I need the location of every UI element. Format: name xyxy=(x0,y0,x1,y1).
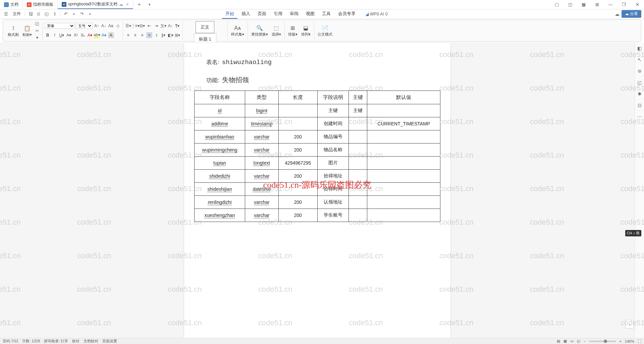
paste-button[interactable]: 📋粘贴▾ xyxy=(21,24,33,38)
table-row: shideshijiandatetime拾得时间 xyxy=(195,183,440,196)
bold-icon[interactable]: B xyxy=(45,32,51,38)
clear-format-icon[interactable]: ◇ xyxy=(115,23,121,29)
fullscreen-icon[interactable]: ⛶ xyxy=(638,339,641,343)
tab-2[interactable]: Wspringboota97r2数据库文档☁× xyxy=(58,0,133,9)
styleset-button[interactable]: Aᴀ样式集▾ xyxy=(230,23,246,38)
view-mode3-icon[interactable]: ▭ xyxy=(570,339,574,343)
clipboard-icon[interactable]: ▾ xyxy=(34,35,40,41)
win-app3-icon[interactable]: ▦ xyxy=(577,0,590,9)
align-center-icon[interactable]: ≡ xyxy=(132,32,138,38)
layout-button[interactable]: ⊞排版▾ xyxy=(287,23,299,38)
shrink-font-icon[interactable]: A↓ xyxy=(101,23,107,29)
view-mode1-icon[interactable]: ▤ xyxy=(557,339,560,343)
select-button[interactable]: ⬚选择▾ xyxy=(270,23,282,38)
undo-dd-icon[interactable]: ▾ xyxy=(70,11,77,17)
text-effect-icon[interactable]: A▾ xyxy=(101,32,107,38)
redo-icon[interactable]: ↷ xyxy=(78,11,85,17)
menu-引用[interactable]: 引用 xyxy=(270,9,286,19)
cloud-icon[interactable]: ☁ xyxy=(615,11,620,17)
sidepanel-select-icon[interactable]: ↖ xyxy=(638,57,642,62)
sort-icon[interactable]: A↓ xyxy=(167,23,173,29)
sidepanel-tools-icon[interactable]: ✱ xyxy=(638,91,642,97)
font-color-icon[interactable]: A▾ xyxy=(87,32,93,38)
decrease-indent-icon[interactable]: ⇤ xyxy=(146,23,152,29)
font-size-select[interactable]: 五号 xyxy=(76,23,93,29)
find-replace-button[interactable]: 🔍查找替换▾ xyxy=(250,23,269,38)
align-right-icon[interactable]: ≡ xyxy=(139,32,145,38)
view-mode4-icon[interactable]: ◱ xyxy=(577,339,580,343)
undo-icon[interactable]: ↶ xyxy=(62,11,69,17)
tab-sync-icon[interactable]: ☁ xyxy=(119,2,123,7)
tab-dropdown[interactable]: ▾ xyxy=(145,2,154,7)
close-button[interactable]: ✕ xyxy=(631,0,644,9)
subscript-icon[interactable]: X₂ xyxy=(80,32,86,38)
redo-dd-icon[interactable]: ▾ xyxy=(87,11,93,17)
hamburger-icon[interactable]: ☰ xyxy=(3,11,9,17)
increase-indent-icon[interactable]: ⇥ xyxy=(153,23,159,29)
show-marks-icon[interactable]: ¶▾ xyxy=(174,23,180,29)
text-direction-icon[interactable]: 文▾ xyxy=(160,23,166,29)
multilevel-icon[interactable]: ⊟▾ xyxy=(139,23,145,29)
align-left-icon[interactable]: ≡ xyxy=(125,32,131,38)
zoom-level[interactable]: 145% xyxy=(625,339,634,343)
minimize-button[interactable]: — xyxy=(604,0,617,9)
justify-icon[interactable]: ≡ xyxy=(146,32,152,38)
cut-icon[interactable]: ✂ xyxy=(34,28,40,34)
tab-1[interactable]: D找稻壳模板 xyxy=(23,0,58,9)
copy-icon[interactable]: ⿻ xyxy=(34,21,40,27)
change-case-icon[interactable]: Aa xyxy=(108,23,114,29)
status-proof[interactable]: 校对 xyxy=(72,339,79,344)
menu-页面[interactable]: 页面 xyxy=(254,9,270,19)
highlight-icon[interactable]: ab▾ xyxy=(94,32,100,38)
menu-开始[interactable]: 开始 xyxy=(222,9,237,19)
share-button[interactable]: ☁ 分享 xyxy=(622,10,641,18)
status-docproof[interactable]: 文档校对 xyxy=(84,339,98,344)
menu-视图[interactable]: 视图 xyxy=(303,9,318,19)
grow-font-icon[interactable]: A↑ xyxy=(94,23,100,29)
ime-badge[interactable]: CH ♪ 简 xyxy=(625,230,642,236)
tab-0[interactable]: □文档 xyxy=(0,0,23,9)
win-app4-icon[interactable]: ⊞ xyxy=(590,0,604,9)
borders-icon[interactable]: ⊞▾ xyxy=(174,32,180,38)
sidepanel-setting-icon[interactable]: ⊚ xyxy=(638,68,642,74)
strikethrough-icon[interactable]: A▾ xyxy=(66,32,72,38)
line-spacing-icon[interactable]: ‖▾ xyxy=(160,32,166,38)
underline-icon[interactable]: U▾ xyxy=(59,32,65,38)
superscript-icon[interactable]: X² xyxy=(73,32,79,38)
view-mode2-icon[interactable]: ▦ xyxy=(564,339,567,343)
maximize-button[interactable]: ❐ xyxy=(617,0,631,9)
numbering-icon[interactable]: ⋮≡▾ xyxy=(132,23,138,29)
preview-icon[interactable]: ◱ xyxy=(43,11,50,17)
arrange-button[interactable]: ⬓排列▾ xyxy=(300,23,312,38)
new-tab-button[interactable]: ＋ xyxy=(133,1,145,8)
tab-close-2[interactable]: × xyxy=(126,2,129,7)
official-mode-button[interactable]: 📄公文模式 xyxy=(316,23,334,38)
sidepanel-more-icon[interactable]: ⋯ xyxy=(637,114,642,119)
menu-工具[interactable]: 工具 xyxy=(319,9,334,19)
style-0[interactable]: 正文 xyxy=(196,21,214,33)
font-family-select[interactable]: 宋体 xyxy=(45,23,75,29)
menu-审阅[interactable]: 审阅 xyxy=(286,9,302,19)
zoom-in-icon[interactable]: + xyxy=(619,339,621,343)
sidepanel-nav-icon[interactable]: ◧ xyxy=(637,46,642,51)
format-painter-button[interactable]: ⟟格式刷 xyxy=(6,24,20,38)
status-pagesetup[interactable]: 页面设置 xyxy=(102,339,117,344)
shading-icon[interactable]: ◧▾ xyxy=(167,32,173,38)
export-icon[interactable]: ⇪ xyxy=(51,11,58,17)
file-menu[interactable]: 文件 xyxy=(11,11,23,17)
menu-插入[interactable]: 插入 xyxy=(238,9,254,19)
print-icon[interactable]: ⎙ xyxy=(35,11,42,17)
sidepanel-clip-icon[interactable]: ⊡ xyxy=(638,103,642,108)
distribute-icon[interactable]: ⫴ xyxy=(153,32,159,38)
zoom-out-icon[interactable]: − xyxy=(584,339,586,343)
menu-会员专享[interactable]: 会员专享 xyxy=(335,9,359,19)
wps-ai-button[interactable]: ◢WPS AIQ xyxy=(366,12,388,16)
italic-icon[interactable]: I xyxy=(52,32,58,38)
char-shading-icon[interactable]: A xyxy=(108,32,114,38)
bullets-icon[interactable]: ☰▾ xyxy=(125,23,131,29)
win-app2-icon[interactable]: ◫ xyxy=(564,0,577,9)
win-app1-icon[interactable]: ▢ xyxy=(550,0,564,9)
sidepanel-layer-icon[interactable]: ◱ xyxy=(637,80,642,85)
scroll-down-button[interactable]: ⌄ xyxy=(625,320,634,329)
save-icon[interactable]: 🖫 xyxy=(27,11,34,17)
